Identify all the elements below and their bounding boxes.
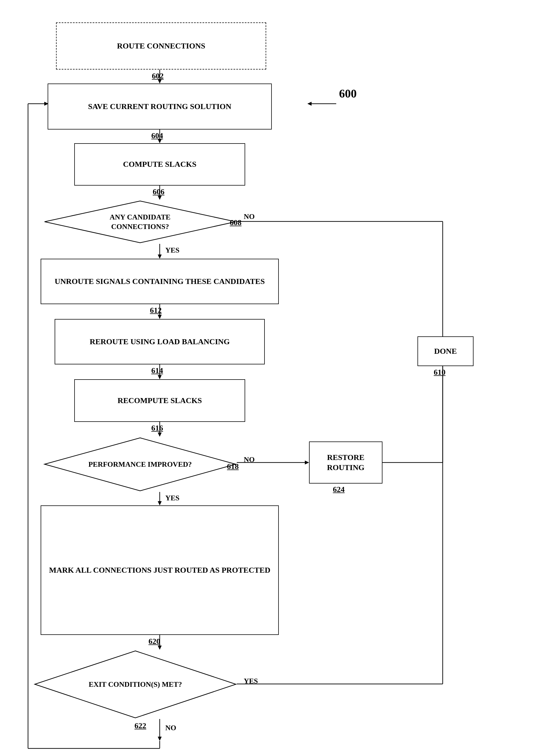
exit-condition-ref: 622 [135, 721, 146, 730]
svg-marker-36 [307, 102, 311, 106]
no-label-performance: NO [244, 456, 255, 464]
any-candidate-ref: 608 [230, 218, 242, 227]
svg-marker-16 [158, 433, 162, 437]
route-connections-box: ROUTE CONNECTIONS [56, 22, 266, 70]
mark-connections-ref: 620 [149, 637, 160, 646]
restore-routing-ref: 624 [333, 485, 345, 494]
exit-condition-label: EXIT CONDITION(S) MET? [79, 680, 191, 689]
svg-marker-29 [158, 737, 162, 741]
unroute-signals-ref: 612 [150, 306, 162, 315]
svg-marker-14 [158, 375, 162, 379]
exit-condition-wrap: EXIT CONDITION(S) MET? [34, 650, 237, 719]
exit-condition-diamond: EXIT CONDITION(S) MET? [34, 650, 237, 719]
restore-routing-box: RESTORE ROUTING [309, 441, 382, 484]
recompute-slacks-label: RECOMPUTE SLACKS [117, 396, 202, 406]
svg-marker-7 [158, 255, 162, 259]
done-ref: 610 [434, 368, 445, 377]
flowchart-ref: 600 [339, 87, 357, 100]
yes-label-performance: YES [165, 494, 180, 502]
route-connections-label: ROUTE CONNECTIONS [117, 41, 205, 51]
save-routing-ref: 604 [151, 131, 163, 140]
svg-marker-25 [158, 646, 162, 650]
performance-wrap: PERFORMANCE IMPROVED? [43, 437, 237, 492]
flowchart: ROUTE CONNECTIONS 602 SAVE CURRENT ROUTI… [0, 0, 543, 756]
performance-diamond: PERFORMANCE IMPROVED? [43, 437, 237, 492]
no-label-candidate: NO [244, 212, 255, 221]
unroute-signals-box: UNROUTE SIGNALS CONTAINING THESE CANDIDA… [41, 259, 279, 304]
reroute-ref: 614 [151, 366, 163, 375]
done-label: DONE [434, 346, 457, 356]
mark-connections-label: MARK ALL CONNECTIONS JUST ROUTED AS PROT… [49, 565, 271, 575]
svg-marker-23 [158, 501, 162, 505]
compute-slacks-box: COMPUTE SLACKS [74, 143, 245, 186]
unroute-signals-label: UNROUTE SIGNALS CONTAINING THESE CANDIDA… [55, 276, 265, 286]
route-connections-ref: 602 [152, 71, 164, 80]
svg-marker-18 [305, 461, 309, 464]
any-candidate-label: ANY CANDIDATE CONNECTIONS? [87, 212, 193, 232]
yes-label-exit: YES [244, 677, 258, 685]
yes-label-candidate: YES [165, 246, 180, 255]
any-candidate-wrap: ANY CANDIDATE CONNECTIONS? [43, 200, 237, 244]
any-candidate-diamond: ANY CANDIDATE CONNECTIONS? [43, 200, 237, 244]
restore-routing-label: RESTORE ROUTING [309, 452, 382, 473]
save-routing-label: SAVE CURRENT ROUTING SOLUTION [88, 101, 232, 112]
no-label-exit: NO [165, 724, 176, 732]
save-routing-box: SAVE CURRENT ROUTING SOLUTION [48, 84, 272, 130]
performance-ref: 618 [227, 462, 239, 471]
mark-connections-box: MARK ALL CONNECTIONS JUST ROUTED AS PROT… [41, 505, 279, 635]
reroute-box: REROUTE USING LOAD BALANCING [55, 319, 265, 364]
reroute-label: REROUTE USING LOAD BALANCING [90, 337, 230, 347]
done-box: DONE [417, 336, 473, 366]
compute-slacks-ref: 606 [153, 187, 165, 196]
svg-marker-5 [158, 196, 162, 200]
performance-label: PERFORMANCE IMPROVED? [87, 460, 193, 469]
svg-marker-12 [158, 315, 162, 319]
recompute-slacks-box: RECOMPUTE SLACKS [74, 379, 245, 422]
recompute-slacks-ref: 616 [151, 424, 163, 433]
compute-slacks-label: COMPUTE SLACKS [123, 159, 197, 169]
